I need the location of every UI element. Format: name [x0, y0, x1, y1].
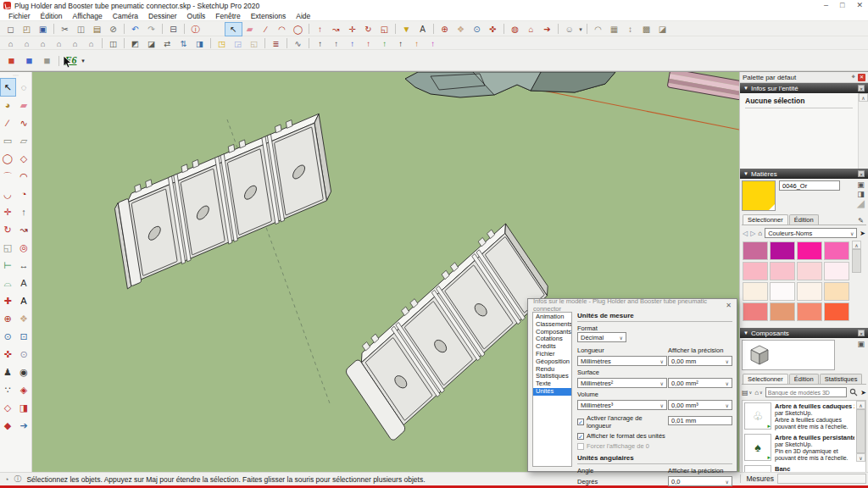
rotate-tool[interactable]: ↻ — [360, 23, 376, 36]
materials-tab[interactable]: Édition — [789, 214, 819, 225]
open-file[interactable]: ◰ — [19, 23, 35, 36]
length-snap-input[interactable]: 0,01 mm — [668, 416, 732, 425]
pan-tool[interactable]: ❖ — [453, 23, 469, 36]
paste[interactable]: ▤ — [89, 23, 105, 36]
drape-tool[interactable]: ◪ — [654, 23, 670, 36]
length-unit-select[interactable]: Millimètres∨ — [577, 356, 667, 366]
geolocation[interactable]: ◍ — [507, 23, 523, 36]
three-point-arc-tool[interactable]: ◡ — [1, 186, 15, 202]
checkbox-checked-icon[interactable]: ✓ — [577, 433, 584, 440]
tray-scrollbar[interactable]: ∧ — [858, 93, 868, 169]
back-icon[interactable]: ◁ — [743, 230, 748, 237]
select-tool[interactable]: ↖ — [225, 23, 242, 36]
print[interactable]: ⊟ — [165, 23, 181, 36]
rotated-rectangle-tool[interactable]: ▱ — [17, 132, 31, 149]
zoom-previous-tool[interactable]: ⊙ — [17, 346, 31, 363]
axes-tool[interactable]: ✚ — [1, 292, 15, 309]
plugin-arrow-v[interactable]: ↑ — [376, 38, 392, 49]
material-swatch[interactable] — [824, 262, 849, 280]
freehand-tool[interactable]: ∿ — [17, 114, 31, 131]
material-swatch[interactable] — [743, 241, 768, 260]
materials-tab[interactable]: Sélectionner — [743, 214, 788, 225]
user-account[interactable]: ☺ — [561, 23, 577, 36]
line-tool[interactable]: ∕ — [258, 23, 274, 36]
save-file[interactable]: ▣ — [35, 23, 51, 36]
material-swatch[interactable] — [770, 282, 795, 301]
help-status-icon[interactable]: ⓘ — [14, 474, 21, 485]
component-exchange[interactable]: ⇄ — [159, 38, 175, 49]
view-right[interactable]: ⌂ — [51, 38, 67, 49]
minimize-button[interactable]: – — [824, 0, 828, 11]
zoom-tool[interactable]: ⊙ — [1, 328, 15, 345]
plugin-arrow-j[interactable]: ↑ — [344, 38, 360, 49]
scale-tool[interactable]: ◱ — [376, 23, 392, 36]
circle-tool[interactable]: ◯ — [1, 150, 15, 167]
close-button[interactable]: ✕ — [856, 0, 863, 11]
menu-item[interactable]: Extensions — [246, 12, 292, 20]
measurements-input[interactable] — [777, 474, 866, 484]
maximize-button[interactable]: □ — [840, 0, 844, 11]
axes-box-yellow[interactable]: ◳ — [214, 38, 230, 49]
3d-warehouse[interactable]: ⌂ — [523, 23, 539, 36]
orbit-tool[interactable]: ⊕ — [437, 23, 453, 36]
details-arrow-icon[interactable]: ➤ — [860, 230, 865, 237]
geolocation-status-icon[interactable]: ◔ — [4, 475, 8, 484]
pin-icon[interactable]: ⌖ — [851, 73, 855, 81]
material-swatch[interactable] — [824, 241, 849, 260]
polygon-tool[interactable]: ◇ — [17, 150, 31, 167]
model-info-nav-item[interactable]: Unités — [533, 388, 571, 396]
view-back[interactable]: ⌂ — [67, 38, 83, 49]
view-top[interactable]: ⌂ — [19, 38, 35, 49]
view-front[interactable]: ⌂ — [35, 38, 51, 49]
orbit-tool[interactable]: ⊕ — [1, 310, 15, 327]
scroll-down-icon[interactable]: ∨ — [856, 453, 865, 462]
entity-info-header[interactable]: ▼ Infos sur l'entité ✕ — [740, 83, 868, 93]
dialog-title-bar[interactable]: Infos sur le modèle - Plug Holder and Bo… — [528, 299, 737, 311]
checkbox-unchecked-icon[interactable] — [577, 443, 584, 450]
pushpull-tool[interactable]: ↑ — [17, 203, 31, 220]
materials-close-icon[interactable]: ✕ — [858, 170, 865, 177]
pan-tool[interactable]: ❖ — [17, 310, 31, 327]
new-file[interactable]: ◻ — [3, 23, 19, 36]
zoom-extents-tool[interactable]: ✜ — [1, 346, 15, 363]
rotate-tool[interactable]: ↻ — [1, 221, 15, 238]
material-swatch[interactable] — [770, 302, 795, 321]
material-swatch[interactable] — [743, 302, 768, 321]
active-material-swatch[interactable] — [742, 180, 776, 211]
material-swatch[interactable] — [824, 282, 849, 301]
component-search-input[interactable] — [765, 387, 848, 397]
menu-item[interactable]: Fichier — [3, 12, 36, 20]
sandbox-from-scratch[interactable]: ▦ — [606, 23, 622, 36]
force-zero-checkbox[interactable]: Forcer l'affichage de 0 — [577, 442, 732, 450]
scroll-up-icon[interactable]: ∧ — [859, 93, 868, 102]
material-swatch[interactable] — [743, 282, 768, 301]
user-account-dropdown[interactable]: ▾ — [577, 23, 584, 36]
components-tab[interactable]: Statistiques — [820, 374, 863, 384]
zoom-extents[interactable]: ✜ — [485, 23, 501, 36]
component-pin-icon[interactable]: ▣ — [857, 340, 865, 370]
tray-close-icon[interactable]: ✕ — [858, 74, 865, 81]
section-fill[interactable]: ◆ — [1, 417, 15, 434]
component-thumbnail[interactable]: ♧ ▸ — [744, 402, 771, 430]
scrollbar-thumb[interactable] — [852, 249, 861, 273]
look-around-tool[interactable]: ◉ — [17, 363, 31, 380]
scroll-up-icon[interactable]: ∧ — [856, 401, 865, 409]
select-tool[interactable]: ↖ — [1, 79, 15, 96]
view-left[interactable]: ⌂ — [83, 38, 99, 49]
eraser-tool[interactable]: ▰ — [242, 23, 258, 36]
eraser-tool[interactable]: ▰ — [17, 97, 31, 114]
home-icon[interactable]: ⌂ — [758, 230, 762, 237]
export-section[interactable]: ➔ — [17, 417, 31, 434]
plugin-arrow-x[interactable]: ↑ — [409, 38, 425, 49]
redo[interactable]: ↷ — [143, 23, 159, 36]
component-list-item[interactable]: ♠ ▸ Arbre à feuilles persistante... par … — [743, 432, 856, 463]
volume-precision-select[interactable]: 0,00 mm³∨ — [668, 400, 732, 410]
walk-tool[interactable]: ∵ — [1, 381, 15, 398]
text-tool[interactable]: A — [17, 274, 31, 291]
stairs-plugin[interactable]: ≣ — [268, 38, 284, 49]
search-icon[interactable] — [849, 388, 858, 396]
volume-unit-select[interactable]: Millimètres³∨ — [577, 400, 667, 410]
axes-box-blue[interactable]: ◲ — [230, 38, 246, 49]
forward-icon[interactable]: ▷ — [750, 230, 755, 237]
rectangle-tool[interactable]: ▭ — [1, 132, 15, 149]
